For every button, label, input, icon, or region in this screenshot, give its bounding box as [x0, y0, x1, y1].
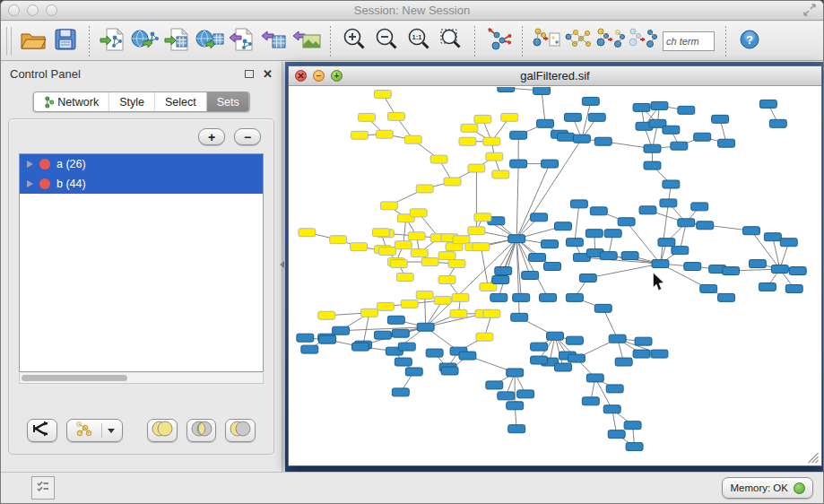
- graph-node-blue-node[interactable]: [531, 343, 548, 351]
- apply-preferred-layout-button[interactable]: [482, 24, 515, 58]
- graph-node-blue-node[interactable]: [568, 354, 585, 362]
- graph-node-blue-node[interactable]: [651, 350, 668, 358]
- graph-node-blue-node[interactable]: [672, 247, 689, 255]
- memory-status-button[interactable]: Memory: OK: [722, 477, 813, 499]
- graph-node-blue-node[interactable]: [544, 263, 561, 271]
- graph-node-blue-node[interactable]: [586, 374, 603, 382]
- graph-edge[interactable]: [603, 308, 618, 339]
- frame-minimize-icon[interactable]: −: [313, 70, 325, 82]
- graph-node-blue-node[interactable]: [508, 235, 525, 243]
- split-sets-button[interactable]: [27, 419, 57, 442]
- graph-node-blue-node[interactable]: [633, 350, 650, 358]
- graph-edge[interactable]: [481, 247, 488, 287]
- graph-node-yellow-set-node[interactable]: [351, 243, 368, 251]
- import-network-file-button[interactable]: [97, 24, 129, 58]
- export-image-button[interactable]: [291, 24, 323, 58]
- graph-node-blue-node[interactable]: [297, 334, 314, 342]
- create-set-dropdown-button[interactable]: [66, 419, 123, 442]
- graph-node-blue-node[interactable]: [764, 233, 781, 241]
- graph-node-blue-node[interactable]: [507, 402, 524, 410]
- graph-node-blue-node[interactable]: [531, 213, 548, 222]
- tab-network[interactable]: Network: [33, 92, 109, 111]
- graph-node-blue-node[interactable]: [780, 239, 797, 247]
- intersection-sets-button[interactable]: [186, 419, 217, 442]
- graph-node-blue-node[interactable]: [771, 265, 788, 274]
- graph-edge[interactable]: [425, 295, 426, 327]
- list-item-set-a[interactable]: a (26): [20, 154, 263, 174]
- graph-node-yellow-set-node[interactable]: [474, 213, 491, 222]
- graph-node-blue-node[interactable]: [398, 343, 415, 351]
- graph-node-yellow-set-node[interactable]: [474, 115, 491, 123]
- network-frame[interactable]: ✕ − + galFiltered.sif: [288, 65, 822, 466]
- graph-node-blue-node[interactable]: [609, 335, 626, 343]
- graph-node-yellow-set-node[interactable]: [421, 258, 438, 266]
- graph-node-yellow-set-node[interactable]: [361, 308, 378, 317]
- graph-node-blue-node[interactable]: [658, 239, 675, 247]
- graph-node-blue-node[interactable]: [513, 293, 530, 301]
- scrollbar-thumb[interactable]: [22, 375, 127, 381]
- graph-node-yellow-set-node[interactable]: [459, 137, 476, 145]
- network-frame-titlebar[interactable]: ✕ − + galFiltered.sif: [289, 66, 821, 86]
- graph-node-blue-node[interactable]: [644, 161, 661, 169]
- graph-node-blue-node[interactable]: [533, 87, 551, 94]
- graph-node-blue-node[interactable]: [678, 219, 695, 227]
- collapse-panel-icon[interactable]: [280, 261, 284, 268]
- graph-node-blue-node[interactable]: [785, 284, 802, 292]
- zoom-window-button[interactable]: [46, 4, 57, 16]
- graph-node-blue-node[interactable]: [492, 276, 509, 284]
- graph-node-blue-node[interactable]: [644, 144, 661, 152]
- graph-node-blue-node[interactable]: [566, 239, 583, 247]
- graph-node-blue-node[interactable]: [603, 405, 620, 413]
- graph-node-blue-node[interactable]: [600, 252, 617, 260]
- graph-node-blue-node[interactable]: [490, 293, 507, 301]
- list-item-set-b[interactable]: b (44): [20, 174, 263, 194]
- graph-edge[interactable]: [588, 264, 661, 278]
- fullscreen-icon[interactable]: [803, 4, 818, 18]
- graph-node-blue-node[interactable]: [759, 100, 776, 108]
- graph-node-blue-node[interactable]: [718, 139, 735, 147]
- graph-node-yellow-set-node[interactable]: [468, 227, 485, 235]
- graph-edge[interactable]: [575, 204, 579, 242]
- graph-node-blue-node[interactable]: [542, 160, 559, 168]
- graph-node-blue-node[interactable]: [615, 358, 632, 366]
- graph-node-blue-node[interactable]: [417, 323, 434, 331]
- graph-node-yellow-set-node[interactable]: [299, 229, 316, 237]
- graph-node-yellow-set-node[interactable]: [318, 311, 335, 319]
- graph-node-blue-node[interactable]: [555, 363, 572, 371]
- graph-edge[interactable]: [516, 164, 550, 239]
- graph-node-yellow-set-node[interactable]: [372, 229, 389, 237]
- import-table-web-button[interactable]: [194, 24, 226, 58]
- graph-node-yellow-set-node[interactable]: [408, 232, 425, 240]
- graph-node-blue-node[interactable]: [441, 367, 458, 375]
- graph-node-yellow-set-node[interactable]: [450, 309, 467, 317]
- graph-node-yellow-set-node[interactable]: [461, 124, 478, 132]
- graph-node-blue-node[interactable]: [621, 252, 638, 260]
- graph-node-blue-node[interactable]: [671, 142, 688, 150]
- graph-node-yellow-set-node[interactable]: [483, 309, 500, 317]
- graph-node-blue-node[interactable]: [749, 260, 766, 268]
- graph-edge[interactable]: [542, 91, 545, 124]
- graph-edge[interactable]: [686, 222, 751, 230]
- graph-node-yellow-set-node[interactable]: [476, 333, 493, 341]
- graph-node-yellow-set-node[interactable]: [387, 112, 404, 120]
- graph-node-blue-node[interactable]: [626, 443, 643, 451]
- graph-node-blue-node[interactable]: [510, 131, 527, 139]
- graph-node-yellow-set-node[interactable]: [410, 209, 427, 217]
- graph-node-blue-node[interactable]: [395, 358, 412, 366]
- graph-node-blue-node[interactable]: [718, 293, 735, 301]
- graph-node-blue-node[interactable]: [606, 385, 623, 393]
- graph-node-yellow-set-node[interactable]: [390, 260, 407, 268]
- task-history-button[interactable]: [31, 476, 55, 500]
- graph-node-yellow-set-node[interactable]: [492, 170, 509, 178]
- graph-node-blue-node[interactable]: [405, 368, 422, 376]
- graph-node-yellow-set-node[interactable]: [486, 152, 503, 161]
- graph-node-blue-node[interactable]: [522, 272, 539, 280]
- tab-style[interactable]: Style: [109, 92, 155, 111]
- new-network-selected-nodes-selected-edges-button[interactable]: [627, 24, 659, 58]
- graph-node-yellow-set-node[interactable]: [359, 113, 376, 121]
- graph-node-blue-node[interactable]: [652, 260, 669, 268]
- graph-node-blue-node[interactable]: [759, 282, 776, 291]
- graph-edge[interactable]: [516, 139, 582, 239]
- graph-node-blue-node[interactable]: [789, 267, 806, 275]
- graph-node-blue-node[interactable]: [542, 240, 559, 248]
